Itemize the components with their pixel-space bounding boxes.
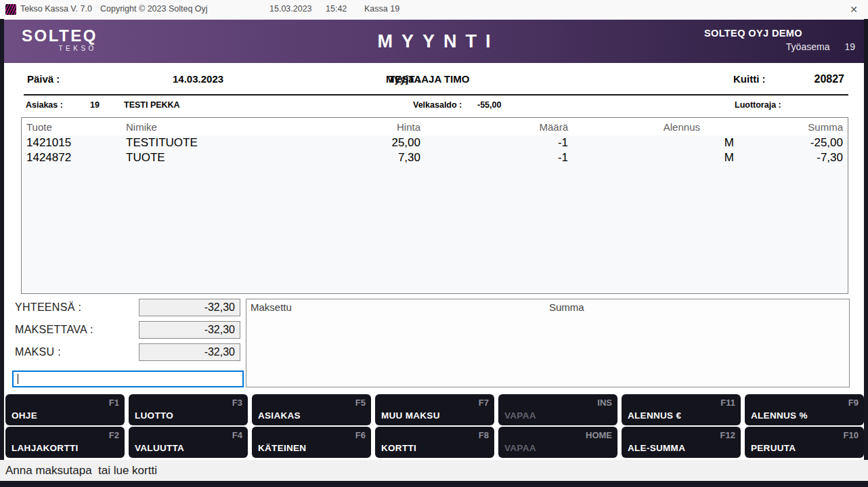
fkey-alennus-euro[interactable]: ALENNUS € F11 bbox=[622, 394, 741, 425]
col-hinta: Hinta bbox=[302, 121, 420, 133]
fkey-ale-summa[interactable]: ALE-SUMMA F12 bbox=[622, 427, 741, 458]
fkey-hint: INS bbox=[597, 398, 612, 408]
debt-label: Velkasaldo : bbox=[413, 100, 462, 110]
function-key-grid: OHJE F1 LUOTTO F3 ASIAKAS F5 MUU MAKSU F… bbox=[5, 394, 864, 458]
fkey-asiakas[interactable]: ASIAKAS F5 bbox=[252, 394, 371, 425]
date-value: 14.03.2023 bbox=[173, 73, 223, 85]
customer-number: 19 bbox=[90, 100, 100, 110]
titlebar-app-name: Tekso Kassa V. 7.0 bbox=[20, 4, 92, 14]
fkey-hint: F11 bbox=[720, 398, 735, 408]
fkey-hint: F6 bbox=[355, 430, 366, 440]
fkey-hint: F8 bbox=[479, 430, 489, 440]
cell-summa: -7,30 bbox=[735, 151, 848, 165]
paid-column-header: Maksettu bbox=[251, 301, 292, 313]
receipt-number: 20827 bbox=[815, 73, 845, 85]
payment-entry-input[interactable] bbox=[12, 370, 244, 387]
fkey-valuutta[interactable]: VALUUTTA F4 bbox=[129, 427, 248, 458]
fkey-vapaa-home: VAPAA HOME bbox=[498, 427, 617, 458]
fkey-kortti[interactable]: KORTTI F8 bbox=[375, 427, 494, 458]
customer-info-row: Asiakas : 19 TESTI PEKKA Velkasaldo : -5… bbox=[4, 100, 864, 111]
payable-value: -32,30 bbox=[139, 321, 240, 339]
total-row: YHTEENSÄ : -32,30 bbox=[4, 299, 248, 316]
cell-alennus: M bbox=[568, 136, 735, 150]
fkey-kateinen[interactable]: KÄTEINEN F6 bbox=[252, 427, 371, 458]
fkey-hint: HOME bbox=[586, 430, 612, 440]
receipt-label: Kuitti : bbox=[733, 73, 765, 85]
cell-maara: -1 bbox=[420, 151, 568, 165]
total-value: -32,30 bbox=[139, 299, 240, 316]
payable-row: MAKSETTAVA : -32,30 bbox=[4, 321, 248, 339]
sum-column-header: Summa bbox=[549, 301, 584, 313]
titlebar-copyright: Copyright © 2023 Solteq Oyj bbox=[100, 4, 208, 14]
date-label: Päivä : bbox=[27, 73, 60, 85]
col-nimike: Nimike bbox=[121, 121, 302, 133]
titlebar: Tekso Kassa V. 7.0 Copyright © 2023 Solt… bbox=[0, 0, 868, 19]
app-logo-icon bbox=[5, 4, 16, 15]
fkey-hint: F3 bbox=[232, 398, 242, 408]
col-tuote: Tuote bbox=[22, 121, 121, 133]
payable-label: MAKSETTAVA : bbox=[15, 324, 93, 336]
customer-name: TESTI PEKKA bbox=[124, 100, 180, 110]
items-table-body: 1421015 TESTITUOTE 25,00 -1 M -25,00 142… bbox=[22, 135, 848, 293]
titlebar-time: 15:42 bbox=[326, 4, 347, 14]
fkey-vapaa-ins: VAPAA INS bbox=[498, 394, 617, 425]
customer-label: Asiakas : bbox=[26, 100, 63, 110]
cell-tuote: 1424872 bbox=[22, 151, 121, 165]
fkey-hint: F7 bbox=[479, 398, 489, 408]
fkey-hint: F4 bbox=[232, 430, 242, 440]
table-row[interactable]: 1424872 TUOTE 7,30 -1 M -7,30 bbox=[22, 150, 848, 165]
fkey-alennus-prosentti[interactable]: ALENNUS % F9 bbox=[745, 394, 864, 425]
titlebar-register: Kassa 19 bbox=[364, 4, 399, 14]
cell-nimike: TESTITUOTE bbox=[121, 136, 302, 150]
fkey-hint: F12 bbox=[720, 430, 735, 440]
seller-field: Myyjä : TESTAAJA TIMO bbox=[386, 73, 389, 85]
status-bar: Anna maksutapa tai lue kortti bbox=[0, 460, 868, 481]
fkey-hint: F1 bbox=[109, 398, 119, 408]
brand-header: SOLTEQ TEKSO MYYNTI SOLTEQ OYJ DEMO Työa… bbox=[4, 20, 864, 63]
table-row[interactable]: 1421015 TESTITUOTE 25,00 -1 M -25,00 bbox=[22, 135, 848, 150]
workstation-number: 19 bbox=[844, 41, 855, 52]
fkey-muu-maksu[interactable]: MUU MAKSU F7 bbox=[375, 394, 494, 425]
workstation: Työasema19 bbox=[704, 41, 855, 52]
cell-tuote: 1421015 bbox=[22, 136, 121, 150]
cell-maara: -1 bbox=[420, 136, 568, 150]
payment-row: MAKSU : -32,30 bbox=[4, 343, 248, 361]
payment-label: MAKSU : bbox=[15, 346, 61, 358]
fkey-peruuta[interactable]: PERUUTA F10 bbox=[745, 427, 864, 458]
debt-value: -55,00 bbox=[477, 100, 501, 110]
workstation-label: Työasema bbox=[786, 41, 830, 52]
cell-hinta: 25,00 bbox=[302, 136, 420, 150]
close-icon[interactable]: ✕ bbox=[846, 3, 861, 16]
fkey-ohje[interactable]: OHJE F1 bbox=[5, 394, 125, 425]
separator-line bbox=[24, 94, 848, 96]
total-label: YHTEENSÄ : bbox=[15, 301, 81, 314]
fkey-hint: F9 bbox=[848, 398, 859, 408]
app-window: Tekso Kassa V. 7.0 Copyright © 2023 Solt… bbox=[0, 0, 868, 487]
store-info: SOLTEQ OYJ DEMO Työasema19 bbox=[704, 28, 855, 52]
cell-nimike: TUOTE bbox=[121, 151, 302, 165]
company-name: SOLTEQ OYJ DEMO bbox=[704, 28, 855, 39]
fkey-hint: F2 bbox=[109, 430, 119, 440]
cell-hinta: 7,30 bbox=[302, 151, 420, 165]
payments-panel: Maksettu Summa bbox=[246, 299, 850, 387]
main-window: SOLTEQ TEKSO MYYNTI SOLTEQ OYJ DEMO Työa… bbox=[4, 19, 864, 460]
sale-info-row: Päivä : 14.03.2023 Myyjä : TESTAAJA TIMO… bbox=[4, 73, 864, 88]
status-message: Anna maksutapa tai lue kortti bbox=[5, 464, 157, 478]
seller-value: TESTAAJA TIMO bbox=[389, 73, 469, 85]
col-alennus: Alennus bbox=[568, 121, 735, 133]
payment-value: -32,30 bbox=[139, 343, 240, 361]
fkey-luotto[interactable]: LUOTTO F3 bbox=[129, 394, 248, 425]
cell-summa: -25,00 bbox=[735, 136, 848, 150]
col-summa: Summa bbox=[735, 121, 848, 133]
titlebar-date: 15.03.2023 bbox=[269, 4, 312, 14]
fkey-hint: F5 bbox=[355, 398, 366, 408]
items-table-header: Tuote Nimike Hinta Määrä Alennus Summa bbox=[22, 118, 848, 135]
cell-alennus: M bbox=[568, 151, 735, 165]
credit-limit-label: Luottoraja : bbox=[735, 100, 781, 110]
fkey-hint: F10 bbox=[844, 430, 859, 440]
text-caret bbox=[18, 374, 18, 384]
fkey-lahjakortti[interactable]: LAHJAKORTTI F2 bbox=[5, 427, 125, 458]
col-maara: Määrä bbox=[420, 121, 568, 133]
items-table: Tuote Nimike Hinta Määrä Alennus Summa 1… bbox=[21, 117, 848, 294]
